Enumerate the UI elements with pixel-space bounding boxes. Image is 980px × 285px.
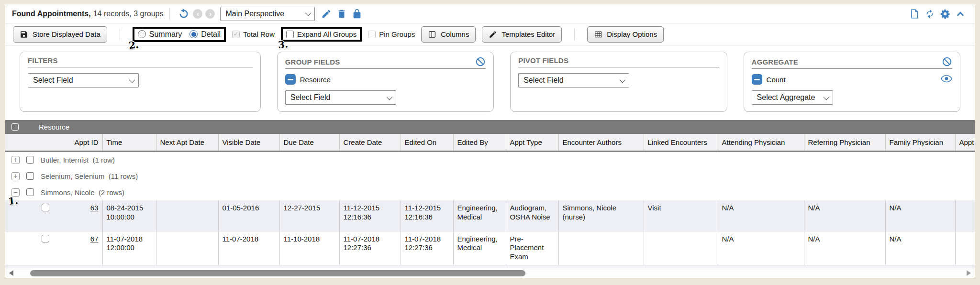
pivot-fields-select[interactable]: Select Field	[518, 73, 629, 88]
aggregate-chip-row: Count	[752, 74, 952, 85]
clear-aggregate-icon[interactable]	[942, 56, 952, 67]
column-header[interactable]: Linked Encounters	[644, 134, 718, 151]
total-row-label: Total Row	[243, 30, 275, 38]
cell-appt-re	[955, 200, 975, 231]
perspective-select[interactable]: Main Perspective	[220, 7, 315, 21]
expand-group-icon[interactable]: +	[11, 172, 20, 180]
appt-id-link[interactable]: 67	[90, 235, 99, 243]
clear-group-fields-icon[interactable]	[475, 56, 486, 67]
templates-editor-button[interactable]: Templates Editor	[482, 26, 562, 43]
store-displayed-data-button[interactable]: Store Displayed Data	[13, 26, 107, 43]
summary-radio[interactable]: Summary	[138, 30, 182, 39]
column-header[interactable]: Edited On	[401, 134, 453, 151]
prev-perspective-icon[interactable]: ‹	[193, 9, 202, 19]
cell-next-apt-date	[156, 231, 218, 265]
column-header[interactable]: Create Date	[339, 134, 401, 151]
detail-label: Detail	[201, 30, 221, 39]
select-all-checkbox[interactable]	[11, 123, 19, 131]
group-fields-panel: GROUP FIELDS Resource Select Field	[277, 52, 494, 112]
column-header[interactable]: Appt ID	[56, 134, 102, 151]
cell-edited-on: 11-07-2018 12:27:36	[401, 231, 453, 265]
results-table-area: Resource Appt ID Time Next Apt Date Visi…	[5, 120, 975, 268]
cell-appt-type: Pre-Placement Exam	[506, 231, 558, 265]
refresh-icon[interactable]	[924, 8, 936, 20]
columns-button-label: Columns	[441, 30, 469, 38]
pencil-icon	[489, 30, 497, 39]
aggregate-select[interactable]: Select Aggregate	[752, 90, 833, 105]
group-checkbox[interactable]	[26, 156, 34, 164]
expand-all-groups-checkbox[interactable]: Expand All Groups	[286, 30, 356, 38]
group-field-chip-row: Resource	[285, 74, 486, 85]
divider	[120, 28, 120, 41]
remove-aggregate-icon[interactable]	[752, 74, 762, 85]
group-fields-select[interactable]: Select Field	[285, 90, 396, 105]
column-header[interactable]: Due Date	[279, 134, 339, 151]
count-chip-label: Count	[767, 76, 786, 84]
column-header[interactable]: Visible Date	[218, 134, 279, 151]
toolbar: Store Displayed Data Summary Detail 2. T…	[5, 23, 975, 45]
columns-button[interactable]: Columns	[421, 26, 476, 43]
group-fields-header: GROUP FIELDS	[285, 56, 486, 69]
aggregate-title: AGGREGATE	[752, 58, 798, 66]
group-checkbox[interactable]	[26, 188, 34, 196]
cell-encounter-authors: Simmons, Nicole (nurse)	[558, 200, 644, 231]
group-fields-select-value: Select Field	[290, 93, 331, 102]
scrollbar-thumb[interactable]	[30, 270, 525, 276]
column-header[interactable]: Referring Physician	[804, 134, 885, 151]
cell-due-date: 11-10-2018	[279, 231, 339, 265]
row-checkbox[interactable]	[42, 204, 49, 211]
gear-icon[interactable]	[939, 8, 951, 20]
column-header-row: Appt ID Time Next Apt Date Visible Date …	[5, 134, 975, 151]
edit-perspective-icon[interactable]	[320, 8, 333, 20]
scroll-right-arrow-icon[interactable]	[967, 270, 971, 276]
chevron-down-icon	[129, 77, 135, 83]
undo-icon[interactable]	[178, 8, 190, 20]
detail-radio[interactable]: Detail	[189, 30, 221, 39]
column-header[interactable]: Encounter Authors	[558, 134, 644, 151]
column-header[interactable]: Edited By	[453, 134, 506, 151]
expand-all-groups-label: Expand All Groups	[297, 30, 356, 38]
group-checkbox[interactable]	[26, 172, 34, 180]
table-row: 63 08-24-2015 10:00:00 01-05-2016 12-27-…	[5, 200, 975, 231]
resource-chip-label: Resource	[300, 76, 331, 84]
column-header[interactable]: Appt Type	[506, 134, 558, 151]
display-options-button[interactable]: Display Options	[587, 26, 664, 43]
export-file-icon[interactable]	[908, 8, 921, 20]
divider	[169, 8, 170, 20]
column-header[interactable]: Attending Physician	[718, 134, 804, 151]
cell-appt-re	[955, 231, 975, 265]
group-row-simmons: − Simmons, Nicole (2 rows) 1.	[5, 184, 975, 200]
cell-family-physician: N/A	[885, 200, 955, 231]
columns-icon	[428, 30, 436, 39]
scroll-left-arrow-icon[interactable]	[9, 270, 13, 276]
column-header[interactable]: Time	[102, 134, 156, 151]
pin-groups-checkbox[interactable]: Pin Groups	[368, 30, 415, 38]
total-row-checkbox[interactable]: Total Row	[232, 30, 275, 38]
cell-linked-encounters	[644, 231, 718, 265]
pin-groups-label: Pin Groups	[379, 30, 415, 38]
filters-field-select[interactable]: Select Field	[28, 73, 139, 88]
cell-appt-type: Audiogram, OSHA Noise	[506, 200, 558, 231]
collapse-group-icon[interactable]: −	[11, 188, 20, 197]
page-title: Found Appointments,	[12, 10, 91, 18]
cell-time: 08-24-2015 10:00:00	[102, 200, 156, 231]
group-by-field-label: Resource	[39, 123, 69, 131]
lock-perspective-icon[interactable]	[351, 8, 363, 20]
cell-attending-physician: N/A	[718, 231, 804, 265]
horizontal-scrollbar[interactable]	[5, 268, 975, 278]
column-header[interactable]: Family Physician	[885, 134, 955, 151]
remove-field-icon[interactable]	[285, 74, 296, 85]
delete-perspective-icon[interactable]	[335, 8, 348, 20]
column-header[interactable]: Next Apt Date	[156, 134, 218, 151]
collapse-panel-icon[interactable]	[954, 8, 967, 20]
expand-group-icon[interactable]: +	[11, 156, 20, 164]
row-checkbox[interactable]	[42, 235, 49, 242]
group-by-bar: Resource	[5, 120, 975, 134]
appt-id-link[interactable]: 63	[90, 204, 99, 212]
cell-encounter-authors	[558, 231, 644, 265]
column-header[interactable]: Appt Re	[955, 134, 975, 151]
group-row-selenium: + Selenium, Selenium (11 rows)	[5, 168, 975, 184]
visibility-eye-icon[interactable]	[941, 75, 952, 84]
next-perspective-icon[interactable]: ›	[205, 9, 215, 19]
filters-panel: FILTERS Select Field	[20, 52, 261, 112]
